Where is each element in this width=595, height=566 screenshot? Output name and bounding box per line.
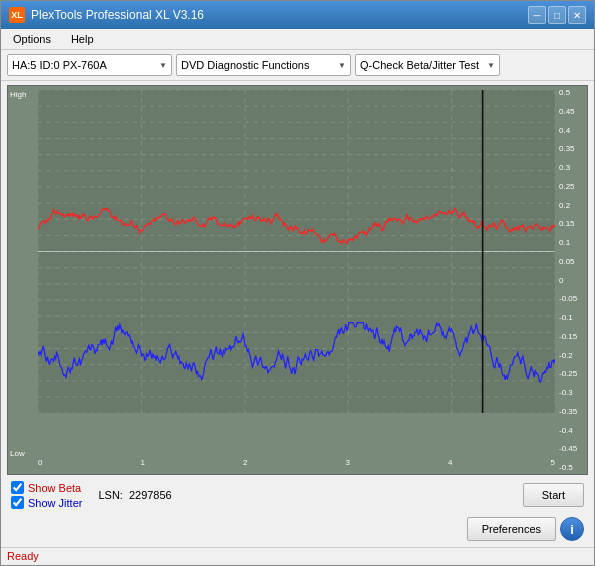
maximize-button[interactable]: □ <box>548 6 566 24</box>
title-bar: XL PlexTools Professional XL V3.16 ─ □ ✕ <box>1 1 594 29</box>
y-axis-right: 0.5 0.45 0.4 0.35 0.3 0.25 0.2 0.15 0.1 … <box>555 86 587 474</box>
start-button[interactable]: Start <box>523 483 584 507</box>
test-dropdown-arrow: ▼ <box>487 61 495 70</box>
high-label: High <box>10 90 26 99</box>
close-button[interactable]: ✕ <box>568 6 586 24</box>
title-bar-left: XL PlexTools Professional XL V3.16 <box>9 7 204 23</box>
info-button[interactable]: i <box>560 517 584 541</box>
show-jitter-row: Show Jitter <box>11 496 82 509</box>
chart-container: High Low 0.5 0.45 0.4 0.35 0.3 0.25 0.2 … <box>7 85 588 475</box>
lsn-label: LSN: <box>98 489 122 501</box>
status-bar: Ready <box>1 547 594 565</box>
menu-bar: Options Help <box>1 29 594 50</box>
function-dropdown[interactable]: DVD Diagnostic Functions ▼ <box>176 54 351 76</box>
minimize-button[interactable]: ─ <box>528 6 546 24</box>
show-beta-checkbox[interactable] <box>11 481 24 494</box>
test-dropdown[interactable]: Q-Check Beta/Jitter Test ▼ <box>355 54 500 76</box>
main-window: XL PlexTools Professional XL V3.16 ─ □ ✕… <box>0 0 595 566</box>
checkbox-group: Show Beta Show Jitter <box>11 481 82 509</box>
preferences-row: Preferences i <box>7 515 588 543</box>
show-jitter-checkbox[interactable] <box>11 496 24 509</box>
bottom-controls: Show Beta Show Jitter LSN: 2297856 Start <box>7 479 588 511</box>
preferences-button[interactable]: Preferences <box>467 517 556 541</box>
show-beta-row: Show Beta <box>11 481 82 494</box>
x-axis: 0 1 2 3 4 5 <box>38 458 555 474</box>
low-label: Low <box>10 449 25 458</box>
function-dropdown-value: DVD Diagnostic Functions <box>181 59 309 71</box>
window-title: PlexTools Professional XL V3.16 <box>31 8 204 22</box>
lsn-section: LSN: 2297856 <box>98 489 171 501</box>
menu-help[interactable]: Help <box>63 31 102 47</box>
drive-dropdown-arrow: ▼ <box>159 61 167 70</box>
test-dropdown-value: Q-Check Beta/Jitter Test <box>360 59 479 71</box>
main-content: High Low 0.5 0.45 0.4 0.35 0.3 0.25 0.2 … <box>1 81 594 547</box>
show-beta-label: Show Beta <box>28 482 81 494</box>
status-text: Ready <box>7 550 39 562</box>
menu-options[interactable]: Options <box>5 31 59 47</box>
lsn-value: 2297856 <box>129 489 172 501</box>
toolbar: HA:5 ID:0 PX-760A ▼ DVD Diagnostic Funct… <box>1 50 594 81</box>
app-icon: XL <box>9 7 25 23</box>
drive-dropdown[interactable]: HA:5 ID:0 PX-760A ▼ <box>7 54 172 76</box>
show-jitter-label: Show Jitter <box>28 497 82 509</box>
window-controls: ─ □ ✕ <box>528 6 586 24</box>
drive-dropdown-value: HA:5 ID:0 PX-760A <box>12 59 107 71</box>
function-dropdown-arrow: ▼ <box>338 61 346 70</box>
chart-svg <box>38 90 555 413</box>
